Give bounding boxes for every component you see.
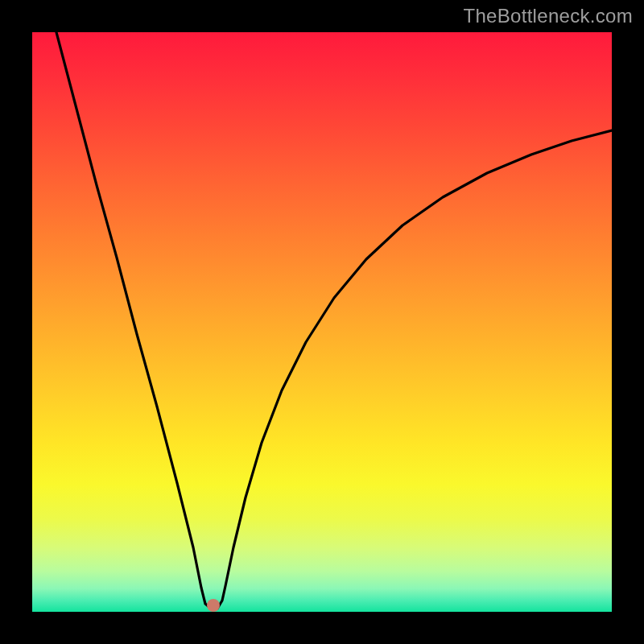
chart-frame: TheBottleneck.com <box>0 0 644 644</box>
watermark-text: TheBottleneck.com <box>463 5 633 27</box>
curve-path <box>56 32 612 609</box>
plot-area <box>32 32 612 612</box>
bottleneck-curve <box>32 32 612 612</box>
optimum-marker <box>207 599 220 612</box>
